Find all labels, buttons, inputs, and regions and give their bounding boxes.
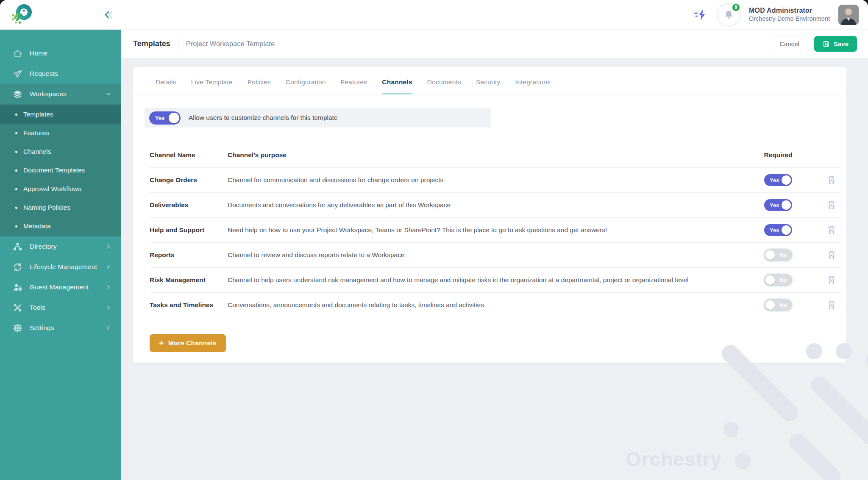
required-toggle[interactable]: No: [764, 274, 792, 286]
sidebar-collapse-button[interactable]: [102, 8, 116, 22]
channel-purpose: Channel for communication and discussion…: [228, 176, 746, 184]
tab-security[interactable]: Security: [476, 78, 501, 94]
sidebar-item-label: Requests: [30, 70, 112, 78]
tab-configuration[interactable]: Configuration: [286, 78, 326, 94]
sidebar-workspaces-children: Templates Features Channels Document Tem…: [0, 104, 121, 236]
sidebar-item-channels[interactable]: Channels: [0, 142, 121, 161]
sidebar-item-label: Naming Policies: [23, 204, 70, 211]
table-row: Reports Channel to review and discuss re…: [150, 242, 840, 267]
chevron-down-icon: [105, 91, 112, 97]
delete-channel-button[interactable]: [826, 274, 837, 287]
sidebar-item-document-templates[interactable]: Document Templates: [0, 161, 121, 180]
channel-purpose: Conversations, announcements and documen…: [228, 301, 746, 309]
sidebar-item-label: Features: [23, 129, 49, 137]
quick-actions-icon[interactable]: [694, 9, 708, 21]
sidebar-item-label: Home: [30, 50, 112, 57]
delete-channel-button[interactable]: [826, 249, 837, 262]
col-header-required: Required: [746, 151, 810, 159]
bullet-icon: [15, 188, 17, 190]
delete-channel-button[interactable]: [826, 299, 837, 312]
sync-icon: [13, 262, 22, 272]
toggle-knob: [782, 200, 791, 210]
sidebar-item-directory[interactable]: Directory: [0, 236, 121, 257]
sidebar-item-workspaces[interactable]: Workspaces: [0, 84, 121, 104]
toggle-state-label: No: [780, 302, 787, 308]
channel-name: Deliverables: [150, 201, 228, 209]
delete-channel-button[interactable]: [826, 174, 837, 187]
app-window: 9 MOD Administrator Orchestry Demo Envir…: [0, 0, 868, 480]
toggle-knob: [765, 275, 775, 285]
user-avatar[interactable]: [838, 5, 859, 25]
tab-features[interactable]: Features: [341, 78, 367, 94]
table-header-row: Channel Name Channel's purpose Required: [150, 143, 840, 167]
notification-badge: 9: [732, 3, 740, 12]
customize-channels-label: Allow users to customize channels for th…: [189, 114, 338, 122]
delete-channel-button[interactable]: [826, 224, 837, 237]
sidebar-item-label: Approval Workflows: [23, 185, 81, 193]
chevron-right-icon: [105, 284, 112, 291]
channel-purpose: Channel to review and discuss reports re…: [228, 251, 746, 259]
channel-name: Risk Management: [150, 276, 228, 284]
toggle-state-label: Yes: [770, 202, 779, 208]
required-toggle[interactable]: Yes: [764, 224, 792, 236]
sidebar-item-label: Guest Management: [30, 283, 98, 291]
table-row: Deliverables Documents and conversations…: [150, 192, 840, 217]
tab-policies[interactable]: Policies: [248, 78, 271, 94]
tab-channels[interactable]: Channels: [382, 78, 412, 94]
required-toggle[interactable]: No: [764, 299, 792, 311]
table-row: Risk Management Channel to help users un…: [150, 267, 840, 292]
sidebar-item-requests[interactable]: Requests: [0, 64, 121, 84]
sidebar-item-label: Workspaces: [30, 90, 98, 98]
toggle-state-label: No: [780, 252, 787, 258]
tools-icon: [13, 303, 22, 313]
toggle-knob: [765, 250, 775, 260]
chevron-right-icon: [105, 325, 112, 331]
more-channels-button[interactable]: + More Channels: [150, 334, 226, 352]
user-lock-icon: [13, 283, 22, 292]
delete-channel-button[interactable]: [826, 199, 837, 212]
sidebar-item-settings[interactable]: Settings: [0, 318, 121, 338]
toggle-state-label: Yes: [770, 177, 779, 183]
orchestry-logo-icon: [9, 3, 34, 27]
sidebar-item-approval-workflows[interactable]: Approval Workflows: [0, 180, 121, 198]
sidebar-item-lifecycle-management[interactable]: Lifecycle Management: [0, 257, 121, 277]
sidebar-item-tools[interactable]: Tools: [0, 297, 121, 318]
tab-details[interactable]: Details: [156, 78, 176, 94]
cancel-button[interactable]: Cancel: [770, 36, 809, 52]
required-toggle[interactable]: Yes: [764, 174, 792, 186]
required-toggle[interactable]: No: [764, 249, 792, 261]
tab-live-template[interactable]: Live Template: [191, 78, 233, 94]
toggle-state-label: Yes: [155, 115, 164, 121]
breadcrumb-divider: [178, 37, 178, 50]
save-button[interactable]: Save: [814, 36, 857, 52]
page-header: Templates Project Workspace Template Can…: [121, 30, 868, 58]
sidebar-item-guest-management[interactable]: Guest Management: [0, 277, 121, 297]
chevrons-left-icon: [103, 10, 114, 20]
watermark-text: Orchestry: [626, 447, 722, 471]
chevron-right-icon: [105, 264, 112, 270]
tab-documents[interactable]: Documents: [427, 78, 461, 94]
sidebar-item-templates[interactable]: Templates: [0, 105, 121, 124]
page: Templates Project Workspace Template Can…: [121, 30, 868, 480]
sidebar-item-features[interactable]: Features: [0, 124, 121, 142]
notifications-button[interactable]: 9: [717, 3, 740, 27]
customize-channels-toggle[interactable]: Yes: [149, 111, 181, 125]
sidebar-item-label: Tools: [30, 304, 98, 311]
customize-channels-bar: Yes Allow users to customize channels fo…: [145, 108, 491, 128]
plus-icon: +: [159, 340, 164, 346]
sidebar-group-workspaces: Workspaces Templates Features Channels: [0, 84, 121, 236]
tab-integrations[interactable]: Integrations: [515, 78, 551, 94]
breadcrumb-root[interactable]: Templates: [133, 39, 170, 48]
user-environment: Orchestry Demo Environment: [749, 15, 830, 22]
layers-icon: [13, 89, 22, 99]
sidebar-item-label: Metadata: [23, 222, 51, 230]
sidebar-item-home[interactable]: Home: [0, 43, 121, 64]
sidebar-item-naming-policies[interactable]: Naming Policies: [0, 198, 121, 217]
channels-table: Channel Name Channel's purpose Required …: [150, 143, 840, 317]
sidebar-item-metadata[interactable]: Metadata: [0, 217, 121, 236]
toggle-knob: [782, 225, 791, 235]
required-toggle[interactable]: Yes: [764, 199, 792, 211]
sitemap-icon: [13, 242, 22, 252]
toggle-knob: [765, 300, 775, 310]
toggle-state-label: Yes: [770, 227, 779, 233]
